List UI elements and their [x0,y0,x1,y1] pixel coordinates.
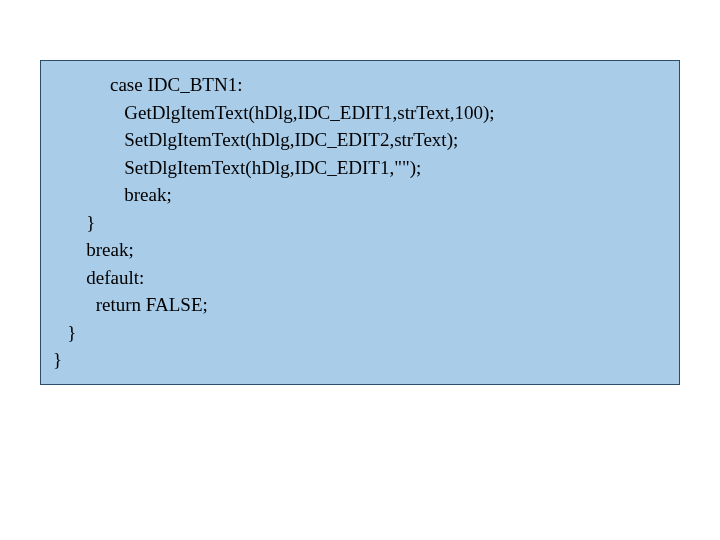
code-line: return FALSE; [53,291,667,319]
code-line: } [53,209,667,237]
code-line: SetDlgItemText(hDlg,IDC_EDIT1,""); [53,154,667,182]
code-line: default: [53,264,667,292]
code-line: SetDlgItemText(hDlg,IDC_EDIT2,strText); [53,126,667,154]
code-line: break; [53,181,667,209]
code-line: GetDlgItemText(hDlg,IDC_EDIT1,strText,10… [53,99,667,127]
code-line: } [53,319,667,347]
code-line: case IDC_BTN1: [53,71,667,99]
code-block: case IDC_BTN1: GetDlgItemText(hDlg,IDC_E… [40,60,680,385]
code-line: break; [53,236,667,264]
code-line: } [53,346,667,374]
